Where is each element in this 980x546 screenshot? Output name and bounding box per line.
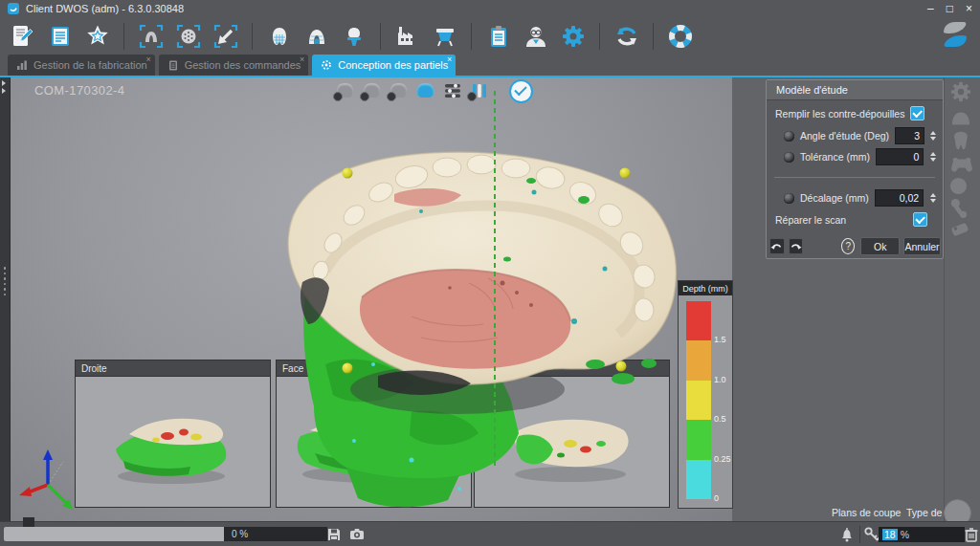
cutting-planes-label[interactable]: Plans de coupe [832,507,901,518]
tab-close-icon[interactable]: × [145,55,150,64]
panel-title: Modèle d'étude [767,80,943,100]
implant-design-icon[interactable] [341,23,367,49]
angle-input[interactable]: 3 [895,127,924,144]
window-title: Client DWOS (adm) - 6.3.0.30848 [26,3,184,14]
tab-close-icon[interactable]: × [300,55,304,64]
import-scan-icon[interactable] [212,23,238,49]
expand-panel-icon[interactable] [2,80,6,94]
crown-design-icon[interactable] [266,23,292,49]
preview-model-front [277,377,471,508]
screenshot-camera-icon[interactable] [348,526,366,543]
close-button[interactable]: × [966,3,972,14]
order-form-icon[interactable] [47,23,73,49]
manufacturing-icon[interactable] [394,23,420,49]
3d-viewport[interactable]: COM-170302-4 Droite [10,77,732,521]
preview-panel-left[interactable]: Gauche [474,360,670,508]
tab-close-icon[interactable]: × [447,55,452,64]
preview-panel-front[interactable]: Face [276,360,472,508]
zoom-unit: % [901,529,909,540]
cancel-button[interactable]: Annuler [903,237,941,255]
depth-legend: Depth (mm) 1.51.00.50.250 [678,280,733,509]
clipboard-icon [167,59,179,71]
tab-gestion-fabrication[interactable]: Gestion de la fabrication × [8,55,155,76]
step-molar-icon[interactable] [949,130,972,151]
display-options-icon[interactable] [442,80,462,100]
help-icon[interactable] [667,23,693,49]
depth-segment [686,420,711,459]
redo-button[interactable] [789,238,804,254]
fill-undercuts-checkbox[interactable] [910,106,924,120]
sync-icon[interactable] [613,23,639,49]
angle-stepper[interactable] [930,131,936,141]
arch-design-icon[interactable] [303,23,329,49]
tolerance-input[interactable]: 0 [876,148,924,165]
depth-segment [686,381,711,420]
show-model-icon[interactable] [335,80,355,100]
notifications-bell-icon[interactable] [838,526,856,543]
settings-icon[interactable] [560,23,586,49]
app-logo-icon [8,3,19,14]
preview-panel-right[interactable]: Droite [75,360,271,508]
offset-stepper[interactable] [929,193,936,203]
tab-conception-partiels[interactable]: Conception des partiels × [312,55,456,76]
zoom-value: 18 [882,529,898,540]
zoom-input[interactable]: 18 % [879,527,965,542]
minimize-button[interactable]: – [927,3,934,14]
info-icon [784,152,794,163]
study-model-panel: Modèle d'étude Remplir les contre-dépoui… [766,79,944,259]
scan-plate-icon[interactable] [175,23,201,49]
toolbar-separator [599,23,600,50]
tolerance-stepper[interactable] [929,152,936,162]
repair-scan-label: Réparer le scan [775,214,846,226]
tolerance-label: Tolérance (mm) [800,151,870,163]
user-management-icon[interactable] [523,23,548,49]
control-sphere [343,168,631,374]
offset-input[interactable]: 0,02 [875,189,924,207]
panel-help-button[interactable]: ? [841,238,855,254]
new-order-icon[interactable] [10,23,35,49]
scan-arch-icon[interactable] [138,23,164,49]
main-toolbar [0,17,980,55]
repair-scan-checkbox[interactable] [913,212,927,227]
depth-tick-label: 0.5 [714,414,726,424]
step-settings-icon[interactable] [949,80,972,103]
tab-gestion-commandes[interactable]: Gestion des commandes × [159,55,309,76]
step-attachment-icon[interactable] [949,198,969,219]
preview-title: Gauche [480,363,514,374]
undo-button[interactable] [769,238,785,254]
preview-model-right [76,377,270,508]
depth-tick-label: 0 [714,493,719,503]
milling-machine-icon[interactable] [432,23,457,49]
trash-icon[interactable] [963,526,980,543]
angle-label: Angle d'étude (Deg) [800,130,889,142]
order-clipboard-icon[interactable] [485,23,511,49]
tab-label: Conception des partiels [338,59,448,71]
step-arch-icon[interactable] [949,109,972,126]
depth-segment [686,460,711,499]
step-tag-icon[interactable] [949,220,970,239]
order-id-label: COM-170302-4 [34,83,124,98]
show-scan-icon[interactable] [362,80,382,100]
step-sphere-icon[interactable] [949,177,968,195]
tab-label: Gestion des commandes [185,59,301,71]
ok-button[interactable]: Ok [860,237,900,255]
scan-layers-icon[interactable] [469,80,489,100]
progress-bar [4,527,224,541]
favorites-icon[interactable] [84,23,110,49]
show-undercuts-icon[interactable] [415,80,435,100]
maximize-button[interactable]: □ [947,3,953,14]
step-articulator-icon[interactable] [949,156,974,173]
panel-grip-dots [4,267,7,295]
info-icon [784,131,794,142]
view-type-button[interactable] [944,499,971,521]
info-icon [784,193,794,204]
validate-step-button[interactable] [509,79,533,103]
depth-segment [686,301,711,340]
progress-value: 0 % [224,527,327,541]
depth-legend-labels: 1.51.00.50.250 [714,301,733,499]
orientation-axes [15,443,84,512]
save-icon[interactable] [325,526,343,543]
left-panel-handle[interactable] [0,77,11,521]
show-wax-icon[interactable] [389,80,409,100]
design-steps-strip [944,77,980,521]
